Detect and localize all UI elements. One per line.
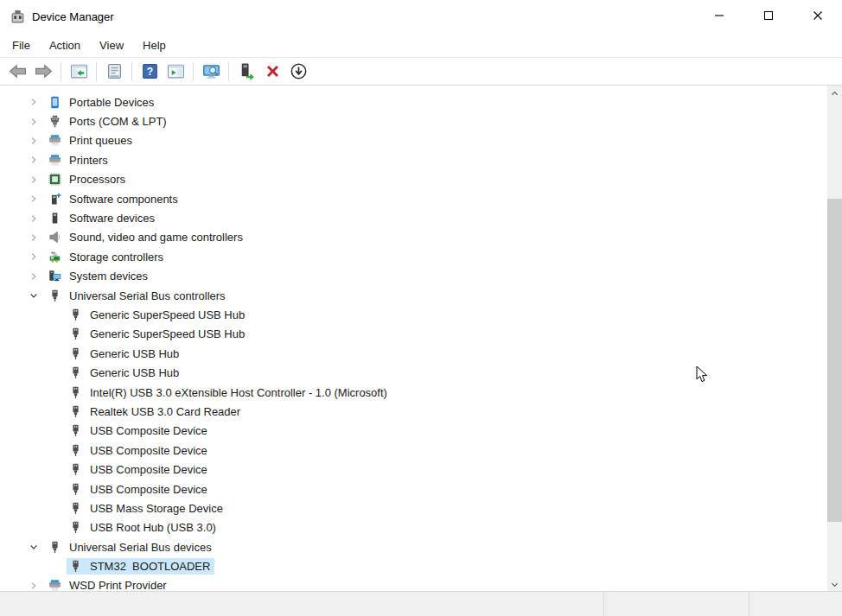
tree-item-label: Software devices <box>69 212 155 225</box>
menu-item-view[interactable]: View <box>90 34 133 57</box>
usb-icon <box>69 463 82 476</box>
tree-item[interactable]: Processors <box>0 170 827 189</box>
chevron-collapsed-icon[interactable] <box>26 192 41 206</box>
tree-item-label: Generic SuperSpeed USB Hub <box>90 327 245 340</box>
tree-item-body[interactable]: Software components <box>46 191 182 207</box>
chevron-collapsed-icon[interactable] <box>26 270 41 283</box>
tree-item[interactable]: Universal Serial Bus controllers <box>0 286 827 305</box>
tree-item-label: WSD Print Provider <box>69 579 167 591</box>
tree-item-body[interactable]: System devices <box>46 268 152 284</box>
tree-item[interactable]: Print queues <box>0 131 827 150</box>
tree-item-body[interactable]: Realtek USB 3.0 Card Reader <box>67 403 245 420</box>
tree-item[interactable]: System devices <box>0 267 827 286</box>
chevron-collapsed-icon[interactable] <box>26 212 41 225</box>
tree-item[interactable]: USB Root Hub (USB 3.0) <box>0 518 827 537</box>
chevron-collapsed-icon[interactable] <box>26 579 41 591</box>
tree-item[interactable]: Ports (COM & LPT) <box>0 111 827 130</box>
tree-item[interactable]: Realtek USB 3.0 Card Reader <box>0 402 827 421</box>
chevron-expanded-icon[interactable] <box>26 540 41 554</box>
tree-item[interactable]: Software components <box>0 189 827 208</box>
properties-button[interactable] <box>102 60 126 83</box>
tree-item[interactable]: Sound, video and game controllers <box>0 228 827 247</box>
status-bar <box>0 591 842 616</box>
tree-item[interactable]: USB Composite Device <box>0 479 827 499</box>
tree-item-label: Realtek USB 3.0 Card Reader <box>90 405 240 418</box>
tree-item-body[interactable]: Generic SuperSpeed USB Hub <box>67 326 249 342</box>
scrollbar-thumb[interactable] <box>827 199 842 522</box>
maximize-button[interactable] <box>743 0 793 33</box>
chevron-collapsed-icon[interactable] <box>26 231 41 244</box>
menu-item-help[interactable]: Help <box>133 34 175 57</box>
tree-item-body[interactable]: Processors <box>46 171 130 187</box>
tree-item-body[interactable]: USB Composite Device <box>67 442 212 459</box>
tree-item[interactable]: USB Composite Device <box>0 422 827 441</box>
console-tree-icon <box>70 62 88 80</box>
menu-item-file[interactable]: File <box>3 34 40 57</box>
tree-item-body[interactable]: Universal Serial Bus devices <box>46 539 216 556</box>
tree-item[interactable]: Generic USB Hub <box>0 344 827 363</box>
close-icon <box>813 10 823 23</box>
tree-item-body[interactable]: WSD Print Provider <box>46 577 171 591</box>
tree-item[interactable]: Universal Serial Bus devices <box>0 537 827 556</box>
tree-item-body[interactable]: USB Composite Device <box>67 461 212 478</box>
scroll-up-button[interactable] <box>827 86 842 100</box>
show-console-tree-button[interactable] <box>67 60 91 83</box>
scan-for-hardware-changes-button[interactable] <box>199 60 223 83</box>
tree-item-body[interactable]: Universal Serial Bus controllers <box>46 288 230 304</box>
usb-icon <box>69 444 82 457</box>
device-tree: Portable DevicesPorts (COM & LPT)Print q… <box>0 86 827 591</box>
tree-item[interactable]: Intel(R) USB 3.0 eXtensible Host Control… <box>0 383 827 402</box>
tree-item-body[interactable]: Intel(R) USB 3.0 eXtensible Host Control… <box>67 384 392 401</box>
tree-item-body[interactable]: Storage controllers <box>46 249 168 265</box>
tree-item[interactable]: Generic USB Hub <box>0 363 827 382</box>
chevron-collapsed-icon[interactable] <box>26 115 41 129</box>
tree-item-body[interactable]: USB Root Hub (USB 3.0) <box>67 519 220 536</box>
tree-item[interactable]: Generic SuperSpeed USB Hub <box>0 325 827 344</box>
tree-item[interactable]: USB Composite Device <box>0 441 827 460</box>
chevron-collapsed-icon[interactable] <box>26 173 41 187</box>
back-button[interactable] <box>5 60 29 83</box>
chevron-expanded-icon[interactable] <box>26 289 41 302</box>
tree-item[interactable]: USB Composite Device <box>0 460 827 479</box>
scroll-down-button[interactable] <box>827 576 842 591</box>
tree-item[interactable]: Storage controllers <box>0 247 827 266</box>
forward-button[interactable] <box>31 60 55 83</box>
show-action-pane-button[interactable] <box>163 60 188 83</box>
uninstall-device-button[interactable] <box>260 60 284 83</box>
tree-item-body[interactable]: Software devices <box>46 210 159 226</box>
processor-icon <box>48 173 61 186</box>
tree-item-body[interactable]: Printers <box>46 152 112 168</box>
tree-item-body[interactable]: USB Composite Device <box>67 422 212 439</box>
tree-item-body[interactable]: Ports (COM & LPT) <box>46 113 171 130</box>
toolbar-separator <box>61 62 61 81</box>
tree-item-body[interactable]: USB Mass Storage Device <box>67 500 227 517</box>
close-button[interactable] <box>793 0 842 33</box>
menu-bar: FileActionViewHelp <box>0 33 842 58</box>
tree-item-body[interactable]: Generic SuperSpeed USB Hub <box>67 307 249 323</box>
vertical-scrollbar[interactable] <box>827 86 842 591</box>
chevron-collapsed-icon[interactable] <box>26 153 41 167</box>
disable-device-button[interactable] <box>286 60 310 83</box>
tree-item-label: Generic USB Hub <box>90 347 179 360</box>
tree-item[interactable]: Printers <box>0 150 827 169</box>
chevron-collapsed-icon[interactable] <box>26 95 41 109</box>
chevron-collapsed-icon[interactable] <box>26 250 41 264</box>
tree-item-body[interactable]: Print queues <box>46 132 137 149</box>
tree-item[interactable]: USB Mass Storage Device <box>0 499 827 518</box>
help-button[interactable]: ? <box>137 60 162 83</box>
tree-item-body[interactable]: USB Composite Device <box>67 481 212 498</box>
tree-item-body[interactable]: Generic USB Hub <box>67 365 183 381</box>
tree-item[interactable]: STM32 BOOTLOADER <box>0 556 827 575</box>
tree-item[interactable]: Software devices <box>0 208 827 227</box>
tree-item-body[interactable]: Generic USB Hub <box>67 346 183 362</box>
menu-item-action[interactable]: Action <box>40 34 90 57</box>
tree-item[interactable]: WSD Print Provider <box>0 576 827 591</box>
tree-item-body[interactable]: Sound, video and game controllers <box>46 229 247 245</box>
tree-item[interactable]: Generic SuperSpeed USB Hub <box>0 305 827 324</box>
tree-item-body[interactable]: Portable Devices <box>46 94 158 111</box>
minimize-button[interactable] <box>694 0 743 33</box>
tree-item-selected-body[interactable]: STM32 BOOTLOADER <box>67 558 214 575</box>
chevron-collapsed-icon[interactable] <box>26 134 41 148</box>
tree-item[interactable]: Portable Devices <box>0 92 827 111</box>
update-driver-button[interactable] <box>234 60 258 83</box>
